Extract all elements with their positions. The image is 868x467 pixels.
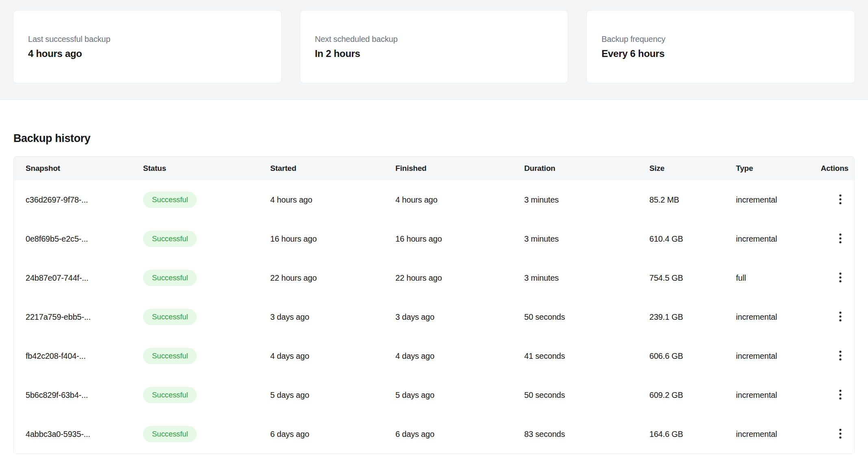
status-cell: Successful <box>143 426 270 442</box>
row-actions-menu-button[interactable] <box>832 231 848 247</box>
row-actions-menu-button[interactable] <box>832 309 848 325</box>
started-cell: 6 days ago <box>270 430 395 439</box>
finished-cell: 5 days ago <box>395 391 524 400</box>
row-actions-menu-button[interactable] <box>832 426 848 442</box>
snapshot-id: 2217a759-ebb5-... <box>26 312 143 322</box>
row-actions-menu-button[interactable] <box>832 270 848 286</box>
actions-cell <box>809 309 854 325</box>
size-cell: 754.5 GB <box>649 273 736 283</box>
column-header-size: Size <box>649 164 736 173</box>
status-badge: Successful <box>143 231 197 247</box>
size-cell: 164.6 GB <box>649 430 736 439</box>
summary-strip: Last successful backup 4 hours ago Next … <box>0 0 868 100</box>
status-cell: Successful <box>143 348 270 364</box>
type-cell: incremental <box>736 391 809 400</box>
table-row: 4abbc3a0-5935-... Successful 6 days ago … <box>14 415 854 454</box>
card-value: Every 6 hours <box>601 48 855 59</box>
backup-history-table: Snapshot Status Started Finished Duratio… <box>13 156 855 454</box>
column-header-duration: Duration <box>524 164 649 173</box>
duration-cell: 50 seconds <box>524 312 649 322</box>
type-cell: full <box>736 273 809 283</box>
row-actions-menu-button[interactable] <box>832 348 848 364</box>
duration-cell: 41 seconds <box>524 351 649 361</box>
status-badge: Successful <box>143 192 197 208</box>
kebab-menu-icon <box>839 350 842 362</box>
card-backup-frequency: Backup frequency Every 6 hours <box>586 10 855 83</box>
actions-cell <box>809 270 854 286</box>
column-header-finished: Finished <box>395 164 524 173</box>
type-cell: incremental <box>736 195 809 205</box>
table-row: 24b87e07-744f-... Successful 22 hours ag… <box>14 258 854 297</box>
started-cell: 4 days ago <box>270 351 395 361</box>
snapshot-id: 0e8f69b5-e2c5-... <box>26 234 143 244</box>
status-cell: Successful <box>143 231 270 247</box>
snapshot-id: 24b87e07-744f-... <box>26 273 143 283</box>
size-cell: 609.2 GB <box>649 391 736 400</box>
row-actions-menu-button[interactable] <box>832 387 848 403</box>
started-cell: 4 hours ago <box>270 195 395 205</box>
type-cell: incremental <box>736 430 809 439</box>
table-row: 0e8f69b5-e2c5-... Successful 16 hours ag… <box>14 219 854 258</box>
type-cell: incremental <box>736 312 809 322</box>
card-value: 4 hours ago <box>28 48 281 59</box>
actions-cell <box>809 192 854 208</box>
duration-cell: 83 seconds <box>524 430 649 439</box>
type-cell: incremental <box>736 234 809 244</box>
card-last-successful-backup: Last successful backup 4 hours ago <box>13 10 282 83</box>
kebab-menu-icon <box>839 428 842 440</box>
actions-cell <box>809 231 854 247</box>
size-cell: 610.4 GB <box>649 234 736 244</box>
finished-cell: 16 hours ago <box>395 234 524 244</box>
snapshot-id: c36d2697-9f78-... <box>26 195 143 205</box>
status-cell: Successful <box>143 309 270 325</box>
column-header-type: Type <box>736 164 809 173</box>
snapshot-id: fb42c208-f404-... <box>26 351 143 361</box>
status-badge: Successful <box>143 387 197 403</box>
row-actions-menu-button[interactable] <box>832 192 848 208</box>
finished-cell: 4 days ago <box>395 351 524 361</box>
table-row: c36d2697-9f78-... Successful 4 hours ago… <box>14 180 854 219</box>
kebab-menu-icon <box>839 233 842 245</box>
size-cell: 606.6 GB <box>649 351 736 361</box>
table-row: 5b6c829f-63b4-... Successful 5 days ago … <box>14 375 854 415</box>
card-label: Backup frequency <box>601 35 855 44</box>
table-row: fb42c208-f404-... Successful 4 days ago … <box>14 336 854 375</box>
kebab-menu-icon <box>839 194 842 206</box>
snapshot-id: 4abbc3a0-5935-... <box>26 430 143 439</box>
card-label: Last successful backup <box>28 35 281 44</box>
finished-cell: 3 days ago <box>395 312 524 322</box>
type-cell: incremental <box>736 351 809 361</box>
card-label: Next scheduled backup <box>315 35 568 44</box>
column-header-started: Started <box>270 164 395 173</box>
column-header-status: Status <box>143 164 270 173</box>
status-badge: Successful <box>143 309 197 325</box>
finished-cell: 4 hours ago <box>395 195 524 205</box>
finished-cell: 22 hours ago <box>395 273 524 283</box>
status-badge: Successful <box>143 426 197 442</box>
duration-cell: 3 minutes <box>524 273 649 283</box>
kebab-menu-icon <box>839 311 842 323</box>
table-header-row: Snapshot Status Started Finished Duratio… <box>14 157 854 180</box>
finished-cell: 6 days ago <box>395 430 524 439</box>
status-badge: Successful <box>143 348 197 364</box>
actions-cell <box>809 426 854 442</box>
kebab-menu-icon <box>839 272 842 284</box>
table-row: 2217a759-ebb5-... Successful 3 days ago … <box>14 297 854 336</box>
started-cell: 16 hours ago <box>270 234 395 244</box>
column-header-actions: Actions <box>809 164 854 173</box>
page-title: Backup history <box>13 132 855 145</box>
duration-cell: 3 minutes <box>524 234 649 244</box>
duration-cell: 3 minutes <box>524 195 649 205</box>
table-body: c36d2697-9f78-... Successful 4 hours ago… <box>14 180 854 454</box>
status-cell: Successful <box>143 192 270 208</box>
actions-cell <box>809 387 854 403</box>
size-cell: 239.1 GB <box>649 312 736 322</box>
status-cell: Successful <box>143 270 270 286</box>
card-next-scheduled-backup: Next scheduled backup In 2 hours <box>300 10 569 83</box>
started-cell: 5 days ago <box>270 391 395 400</box>
started-cell: 3 days ago <box>270 312 395 322</box>
card-value: In 2 hours <box>315 48 568 59</box>
column-header-snapshot: Snapshot <box>26 164 143 173</box>
actions-cell <box>809 348 854 364</box>
size-cell: 85.2 MB <box>649 195 736 205</box>
